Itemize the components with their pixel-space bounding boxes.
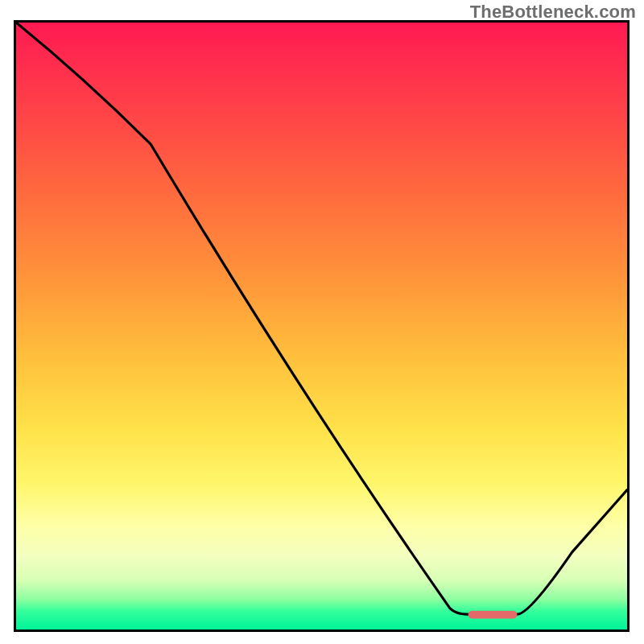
plot-area — [14, 20, 630, 632]
curve-path — [16, 23, 627, 614]
chart-container: TheBottleneck.com — [0, 0, 644, 644]
optimal-range-marker — [469, 611, 518, 619]
bottleneck-curve — [16, 23, 627, 630]
